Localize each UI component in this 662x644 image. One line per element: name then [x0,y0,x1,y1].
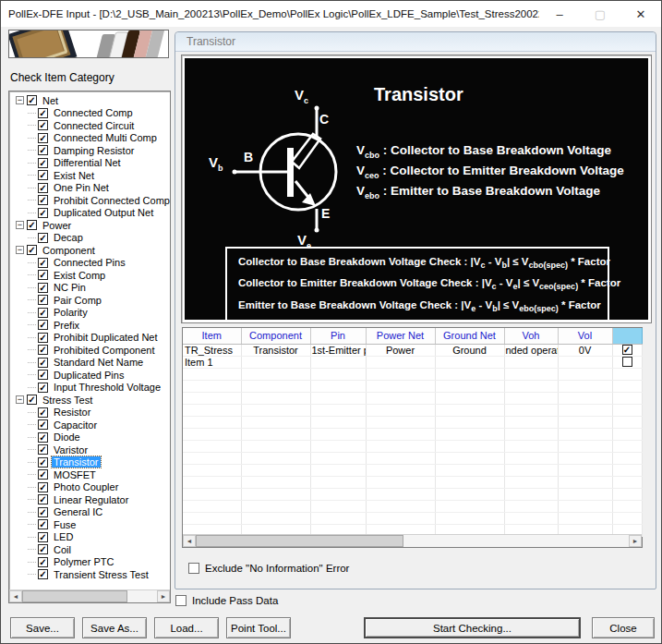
table-horizontal-scrollbar[interactable]: ◄ ► [183,534,642,547]
tree-horizontal-scrollbar[interactable]: ◄ ► [9,589,170,602]
table-empty-row[interactable] [183,488,642,500]
checkbox-icon[interactable]: ✓ [38,208,48,218]
cell-ground-net[interactable]: Ground [435,344,504,356]
scroll-left-icon[interactable]: ◄ [183,535,196,547]
collapse-icon[interactable]: − [16,246,24,254]
table-empty-row[interactable] [183,440,642,452]
tree-item-decap[interactable]: ✓Decap [13,232,170,245]
checkbox-icon[interactable]: ✓ [38,195,48,205]
tree-item-connected-multi-comp[interactable]: ✓Connected Multi Comp [13,132,170,145]
checkbox-icon[interactable]: ✓ [38,419,48,430]
maximize-icon[interactable]: ▢ [580,1,620,27]
checkbox-icon[interactable] [622,357,632,367]
table-scroll-thumb[interactable] [196,535,403,547]
checkbox-icon[interactable]: ✓ [27,245,37,255]
cell-item[interactable]: Item 1 [183,356,241,368]
table-row[interactable]: TR_StressTransistor1st-Emitter pPowerGro… [183,344,642,356]
tree-item-prohibit-connected-comp[interactable]: ✓Prohibit Connected Comp [13,194,170,207]
table-empty-row[interactable] [183,464,642,476]
tree-item-prohibit-duplicated-net[interactable]: ✓Prohibit Duplicated Net [13,332,170,345]
cell-vol[interactable] [558,356,612,368]
scroll-right-icon[interactable]: ► [157,590,170,602]
checkbox-icon[interactable]: ✓ [38,407,48,418]
tree-item-fuse[interactable]: ✓Fuse [13,518,170,531]
column-header-ground-net[interactable]: Ground Net [435,328,504,344]
tree-item-net[interactable]: −✓Net [13,94,170,107]
close-button[interactable]: Close [592,617,655,638]
checkbox-icon[interactable]: ✓ [38,145,48,155]
column-header-item[interactable]: Item [183,328,241,344]
column-header-vol[interactable]: Vol [558,328,612,344]
checkbox-icon[interactable]: ✓ [38,519,48,529]
cell-power-net[interactable]: Power [366,344,435,356]
checkbox-icon[interactable]: ✓ [38,270,48,280]
scroll-right-icon[interactable]: ► [629,535,642,547]
tree-item-transient-stress-test[interactable]: ✓Transient Stress Test [13,568,170,581]
checkbox-icon[interactable]: ✓ [27,395,37,405]
tree-item-pair-comp[interactable]: ✓Pair Comp [13,294,170,307]
tree-item-connected-circuit[interactable]: ✓Connected Circuit [13,119,170,132]
checkbox-icon[interactable]: ✓ [27,220,37,230]
minimize-icon[interactable]: – [539,1,580,27]
tree-item-led[interactable]: ✓LED [13,531,170,544]
tree-scroll-thumb[interactable] [22,590,127,602]
collapse-icon[interactable]: − [16,221,24,229]
tree-item-exist-comp[interactable]: ✓Exist Comp [13,269,170,282]
table-empty-row[interactable] [183,476,642,488]
checkbox-icon[interactable]: ✓ [38,258,48,268]
checkbox-box[interactable] [175,595,187,606]
cell-ground-net[interactable] [435,356,504,368]
tree-item-power[interactable]: −✓Power [13,219,170,232]
tree-scroll-track[interactable] [22,590,157,602]
checkbox-icon[interactable]: ✓ [38,569,48,579]
tree-item-connected-comp[interactable]: ✓Connected Comp [13,107,170,120]
column-header-pin[interactable]: Pin [310,328,366,344]
tree-item-resistor[interactable]: ✓Resistor [13,407,170,419]
save-button[interactable]: Save... [10,617,75,638]
checkbox-icon[interactable]: ✓ [38,469,48,480]
table-empty-row[interactable] [183,452,642,464]
tree-item-linear-regulator[interactable]: ✓Linear Regulator [13,493,170,506]
checkbox-icon[interactable]: ✓ [38,383,48,393]
tree-item-general-ic[interactable]: ✓General IC [13,506,170,519]
tree-item-standard-net-name[interactable]: ✓Standard Net Name [13,357,170,370]
tree-item-exist-net[interactable]: ✓Exist Net [13,169,170,182]
cell-pin[interactable] [310,356,366,368]
point-tool-button[interactable]: Point Tool... [226,617,291,638]
checkbox-icon[interactable]: ✓ [38,557,48,567]
column-header-voh[interactable]: Voh [504,328,558,344]
checkbox-icon[interactable]: ✓ [38,108,48,118]
tree-item-diode[interactable]: ✓Diode [13,431,170,444]
checkbox-icon[interactable]: ✓ [38,233,48,243]
table-empty-row[interactable] [183,416,642,428]
collapse-icon[interactable]: − [16,395,24,404]
checkbox-icon[interactable]: ✓ [38,358,48,368]
cell-check[interactable]: ✓ [612,344,642,356]
table-empty-row[interactable] [183,404,642,416]
tree-item-transistor[interactable]: ✓Transistor [13,456,170,469]
checkbox-icon[interactable]: ✓ [38,170,48,180]
tree-item-stress-test[interactable]: −✓Stress Test [13,394,170,407]
column-header-component[interactable]: Component [241,328,310,344]
table-scroll-track[interactable] [196,535,629,547]
tree-item-prohibited-component[interactable]: ✓Prohibited Component [13,344,170,357]
tree-item-polymer-ptc[interactable]: ✓Polymer PTC [13,556,170,569]
table-empty-row[interactable] [183,368,642,380]
table-empty-row[interactable] [183,392,642,404]
tree-item-connected-pins[interactable]: ✓Connected Pins [13,257,170,270]
table-empty-row[interactable] [183,428,642,440]
tree-item-damping-resistor[interactable]: ✓Damping Resistor [13,144,170,157]
checkbox-icon[interactable]: ✓ [38,494,48,504]
table-empty-row[interactable] [183,380,642,392]
collapse-icon[interactable]: − [16,96,24,104]
checkbox-icon[interactable]: ✓ [38,544,48,554]
checkbox-icon[interactable]: ✓ [38,283,48,293]
checkbox-icon[interactable]: ✓ [38,444,48,455]
tree-item-input-threshold-voltage[interactable]: ✓Input Threshold Voltage [13,382,170,395]
tree-item-varistor[interactable]: ✓Varistor [13,444,170,456]
cell-pin[interactable]: 1st-Emitter p [310,344,366,356]
tree-item-polarity[interactable]: ✓Polarity [13,307,170,320]
save-as-button[interactable]: Save As... [82,617,147,638]
exclude-no-info-checkbox[interactable]: Exclude "No Information" Error [188,563,349,574]
table-row[interactable]: Item 1 [183,356,642,368]
